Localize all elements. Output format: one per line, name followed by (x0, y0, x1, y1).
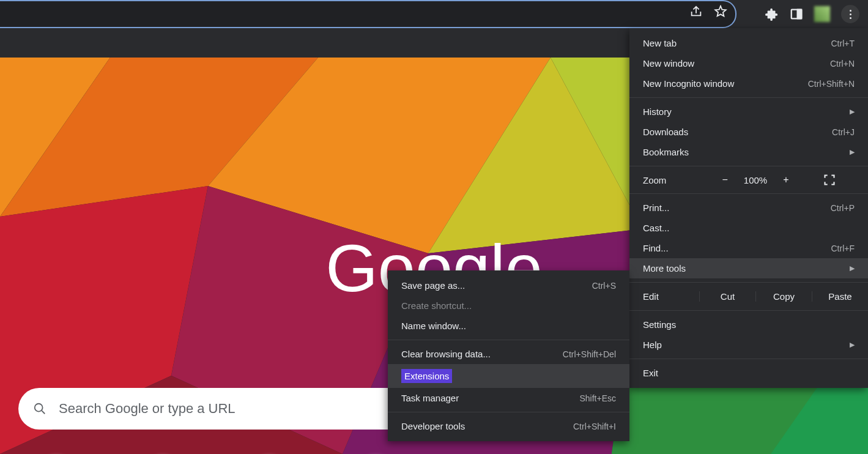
edit-cut-button[interactable]: Cut (699, 291, 755, 302)
svg-rect-1 (798, 10, 801, 19)
more-vertical-icon (850, 10, 851, 19)
share-icon[interactable] (689, 5, 703, 18)
menu-zoom: Zoom − 100% + (629, 170, 868, 190)
edit-label: Edit (629, 291, 699, 302)
submenu-name-window[interactable]: Name window... (388, 316, 629, 336)
chevron-right-icon: ▶ (850, 148, 855, 156)
menu-cast[interactable]: Cast... (629, 218, 868, 238)
search-icon (33, 402, 46, 415)
submenu-create-shortcut: Create shortcut... (388, 296, 629, 316)
submenu-task-manager[interactable]: Task managerShift+Esc (388, 388, 629, 408)
chevron-right-icon: ▶ (850, 341, 855, 349)
edit-paste-button[interactable]: Paste (812, 291, 868, 302)
menu-more-tools[interactable]: More tools▶ (629, 258, 868, 278)
zoom-in-button[interactable]: + (783, 174, 788, 185)
menu-divider (629, 359, 868, 359)
menu-new-window[interactable]: New windowCtrl+N (629, 53, 868, 73)
zoom-out-button[interactable]: − (722, 174, 727, 185)
menu-bookmarks[interactable]: Bookmarks▶ (629, 142, 868, 162)
menu-help[interactable]: Help▶ (629, 335, 868, 355)
menu-new-tab[interactable]: New tabCtrl+T (629, 33, 868, 53)
submenu-save-page[interactable]: Save page as...Ctrl+S (388, 275, 629, 296)
toolbar-right (765, 5, 859, 23)
browser-toolbar (0, 0, 868, 28)
bookmark-star-icon[interactable] (714, 5, 727, 18)
menu-divider (629, 166, 868, 166)
edit-copy-button[interactable]: Copy (755, 291, 812, 302)
menu-divider (388, 412, 629, 412)
menu-divider (629, 97, 868, 98)
menu-divider (388, 340, 629, 340)
menu-new-incognito[interactable]: New Incognito windowCtrl+Shift+N (629, 73, 868, 94)
submenu-extensions[interactable]: Extensions (388, 364, 629, 388)
more-menu-button[interactable] (841, 5, 859, 23)
address-bar[interactable] (0, 0, 736, 28)
side-panel-icon[interactable] (790, 7, 803, 21)
svg-point-13 (35, 404, 43, 412)
chevron-right-icon: ▶ (850, 264, 855, 272)
menu-print[interactable]: Print...Ctrl+P (629, 198, 868, 218)
profile-avatar[interactable] (814, 6, 830, 22)
menu-find[interactable]: Find...Ctrl+F (629, 238, 868, 258)
menu-settings[interactable]: Settings (629, 314, 868, 335)
submenu-developer-tools[interactable]: Developer toolsCtrl+Shift+I (388, 416, 629, 436)
zoom-percent: 100% (744, 175, 767, 185)
menu-divider (629, 310, 868, 311)
menu-edit-row: Edit Cut Copy Paste (629, 286, 868, 307)
submenu-clear-browsing-data[interactable]: Clear browsing data...Ctrl+Shift+Del (388, 344, 629, 364)
menu-history[interactable]: History▶ (629, 102, 868, 122)
chevron-right-icon: ▶ (850, 108, 855, 116)
menu-downloads[interactable]: DownloadsCtrl+J (629, 122, 868, 142)
search-placeholder: Search Google or type a URL (59, 401, 236, 417)
chrome-main-menu: New tabCtrl+T New windowCtrl+N New Incog… (629, 28, 868, 388)
fullscreen-icon[interactable] (823, 174, 836, 186)
more-tools-submenu: Save page as...Ctrl+S Create shortcut...… (388, 270, 629, 441)
zoom-label: Zoom (643, 175, 702, 185)
menu-divider (629, 193, 868, 194)
menu-divider (629, 282, 868, 283)
extensions-puzzle-icon[interactable] (765, 7, 779, 21)
menu-exit[interactable]: Exit (629, 363, 868, 383)
address-bar-actions (689, 5, 727, 18)
